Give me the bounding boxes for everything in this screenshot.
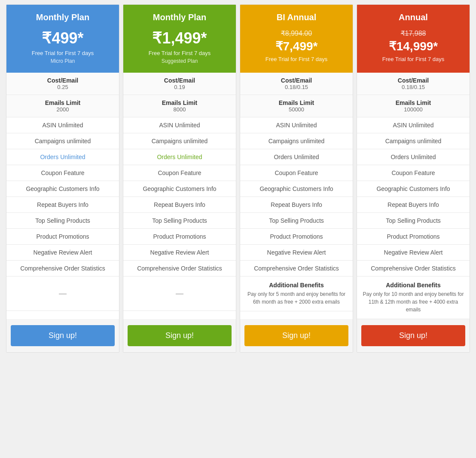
signup-button[interactable]: Sign up! (244, 325, 348, 346)
feature-label: Orders Unlimited (274, 154, 319, 160)
feature-label: Geographic Customers Info (143, 185, 216, 192)
feature-row-0: ASIN Unlimited (240, 117, 353, 133)
feature-row-7: Product Promotions (357, 229, 470, 245)
cost-email-value: 0.19 (127, 84, 232, 90)
benefits-text: Pay only for 5 month and enjoy benefits … (244, 290, 349, 306)
pricing-table: Monthly Plan₹499*Free Trial for First 7 … (4, 4, 472, 353)
cost-email-row: Cost/Email 0.18/0.15 (357, 73, 470, 95)
cost-email-label: Cost/Email (10, 77, 116, 84)
feature-row-4: Geographic Customers Info (357, 181, 470, 197)
feature-row-9: Comprehensive Order Statistics (240, 261, 353, 277)
plan-name: Monthly Plan (128, 12, 232, 22)
feature-label: Top Selling Products (386, 217, 441, 224)
plan-trial: Free Trial for First 7 days (128, 50, 232, 56)
emails-limit-row: Emails Limit 8000 (123, 95, 236, 117)
feature-row-8: Negative Review Alert (6, 245, 119, 261)
signup-button[interactable]: Sign up! (361, 325, 465, 346)
plan-footer: Sign up! (6, 319, 119, 352)
feature-row-7: Product Promotions (240, 229, 353, 245)
feature-row-9: Comprehensive Order Statistics (123, 261, 236, 277)
feature-label: Repeat Buyers Info (154, 201, 205, 208)
emails-limit-label: Emails Limit (10, 99, 116, 106)
feature-row-5: Repeat Buyers Info (6, 197, 119, 213)
feature-row-0: ASIN Unlimited (6, 117, 119, 133)
feature-row-5: Repeat Buyers Info (123, 197, 236, 213)
feature-label: Orders Unlimited (391, 154, 436, 160)
plan-price: ₹499* (11, 29, 115, 47)
feature-row-5: Repeat Buyers Info (357, 197, 470, 213)
additional-benefits: Additional Benefits Pay only for 10 mont… (357, 277, 470, 319)
cost-strike: 0.18 (285, 84, 296, 90)
emails-limit-label: Emails Limit (127, 99, 232, 106)
feature-label: Geographic Customers Info (376, 185, 450, 192)
plan-name: Monthly Plan (11, 12, 115, 22)
plan-subtitle: Suggested Plan (128, 58, 232, 64)
feature-label: Repeat Buyers Info (271, 201, 322, 208)
benefits-title: Additional Benefits (244, 282, 349, 289)
feature-row-2: Orders Unlimited (123, 149, 236, 165)
feature-row-1: Campaigns unlimited (123, 133, 236, 149)
signup-button[interactable]: Sign up! (11, 325, 115, 346)
cost-email-row: Cost/Email 0.18/0.15 (240, 73, 353, 95)
plan-monthly-suggested: Monthly Plan₹1,499*Free Trial for First … (123, 4, 236, 353)
feature-row-3: Coupon Feature (240, 165, 353, 181)
feature-row-0: ASIN Unlimited (123, 117, 236, 133)
feature-row-1: Campaigns unlimited (357, 133, 470, 149)
cost-email-label: Cost/Email (244, 77, 349, 84)
feature-row-6: Top Selling Products (357, 213, 470, 229)
feature-row-1: Campaigns unlimited (240, 133, 353, 149)
dash-symbol: — (59, 289, 67, 298)
cost-email-row: Cost/Email 0.19 (123, 73, 236, 95)
feature-label: Geographic Customers Info (26, 185, 99, 192)
plan-header: Annual₹17,988₹14,999*Free Trial for Firs… (357, 5, 470, 73)
no-benefits: — (123, 277, 236, 311)
feature-label: Product Promotions (153, 233, 206, 240)
feature-label: Comprehensive Order Statistics (137, 265, 222, 272)
feature-label: Repeat Buyers Info (388, 201, 439, 208)
feature-label: Orders Unlimited (157, 154, 202, 160)
plan-footer: Sign up! (240, 319, 353, 352)
feature-row-4: Geographic Customers Info (240, 181, 353, 197)
feature-row-6: Top Selling Products (6, 213, 119, 229)
feature-label: ASIN Unlimited (393, 122, 434, 129)
feature-label: Top Selling Products (35, 217, 90, 224)
feature-label: Negative Review Alert (34, 249, 92, 256)
feature-label: ASIN Unlimited (159, 122, 200, 129)
feature-label: Negative Review Alert (267, 249, 326, 256)
feature-label: Product Promotions (270, 233, 323, 240)
plan-header: Monthly Plan₹499*Free Trial for First 7 … (6, 5, 119, 73)
feature-label: ASIN Unlimited (43, 122, 83, 129)
plan-footer: Sign up! (357, 319, 470, 352)
plan-body: Cost/Email 0.25 Emails Limit 2000 ASIN U… (6, 73, 119, 319)
feature-label: Negative Review Alert (384, 249, 443, 256)
feature-label: Coupon Feature (275, 169, 318, 176)
feature-row-5: Repeat Buyers Info (240, 197, 353, 213)
cost-email-label: Cost/Email (127, 77, 232, 84)
dash-symbol: — (176, 289, 183, 298)
feature-label: Coupon Feature (41, 169, 84, 176)
feature-row-1: Campaigns unlimited (6, 133, 119, 149)
feature-label: Campaigns unlimited (269, 138, 325, 144)
emails-limit-value: 2000 (10, 106, 116, 113)
signup-button[interactable]: Sign up! (128, 325, 232, 346)
feature-label: Comprehensive Order Statistics (254, 265, 339, 272)
plan-header: BI Annual₹8,994.00₹7,499*Free Trial for … (240, 5, 353, 73)
emails-limit-value: 50000 (244, 106, 349, 113)
emails-limit-value: 8000 (127, 106, 232, 113)
plan-monthly-micro: Monthly Plan₹499*Free Trial for First 7 … (6, 4, 119, 353)
emails-limit-label: Emails Limit (244, 99, 349, 106)
emails-limit-row: Emails Limit 50000 (240, 95, 353, 117)
feature-label: Campaigns unlimited (152, 138, 208, 144)
benefits-title: Additional Benefits (360, 282, 466, 289)
feature-row-8: Negative Review Alert (123, 245, 236, 261)
feature-row-6: Top Selling Products (240, 213, 353, 229)
feature-row-4: Geographic Customers Info (6, 181, 119, 197)
plan-body: Cost/Email 0.19 Emails Limit 8000 ASIN U… (123, 73, 236, 319)
feature-label: Geographic Customers Info (259, 185, 333, 192)
feature-label: Product Promotions (387, 233, 440, 240)
plan-name: Annual (361, 12, 465, 22)
cost-email-row: Cost/Email 0.25 (6, 73, 119, 95)
plan-header: Monthly Plan₹1,499*Free Trial for First … (123, 5, 236, 73)
cost-strike: 0.18 (402, 84, 412, 90)
emails-limit-value: 100000 (360, 106, 466, 113)
